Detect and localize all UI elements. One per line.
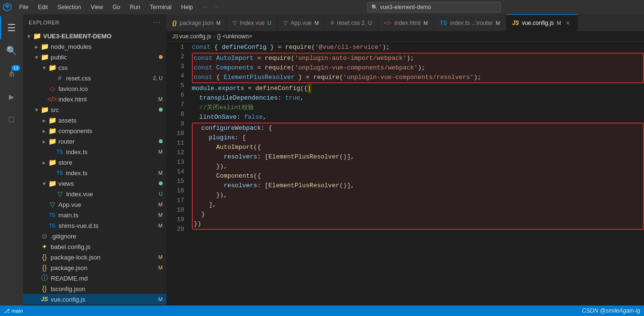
folder-icon: 📁	[48, 137, 56, 146]
tree-arrow: ▸	[40, 158, 48, 166]
tab-router-index[interactable]: TS index.ts ...\router M	[434, 14, 506, 31]
tree-arrow: ▾	[33, 53, 40, 61]
tree-router-index[interactable]: ▸ TS index.ts M	[23, 147, 167, 157]
tree-label: index.html	[58, 96, 158, 103]
tab-label: index.html	[394, 20, 421, 26]
tree-label: tsconfig.json	[51, 285, 167, 293]
status-bar: ⎇ main CSDN @smileAgain-lg	[0, 305, 644, 316]
breadcrumb-sep: ›	[213, 33, 215, 40]
title-search-box[interactable]: 🔍 vue3-element-demo	[367, 2, 501, 12]
tree-label: babel.config.js	[51, 243, 167, 250]
editor-content: 12345 678910 1112131415 1617181920 const…	[167, 42, 644, 305]
activity-run[interactable]: ▶	[0, 85, 23, 108]
tree-label: .gitignore	[51, 233, 167, 240]
tab-label: index.ts ...\router	[450, 20, 493, 26]
babel-icon: ✦	[40, 242, 49, 251]
tab-app-vue[interactable]: ▽ App.vue M	[278, 14, 325, 31]
dot-indicator	[159, 108, 163, 112]
menu-selection[interactable]: Selection	[53, 0, 86, 14]
tree-index-html[interactable]: ▸ </> index.html M	[23, 94, 167, 104]
code-line-5: module.exports = defineConfig({|	[192, 84, 644, 93]
dot-indicator	[159, 55, 163, 59]
tree-public[interactable]: ▾ 📁 public	[23, 52, 167, 62]
menu-terminal[interactable]: Terminal	[145, 0, 176, 14]
app-icon	[0, 0, 14, 14]
activity-explorer[interactable]: ☰	[0, 16, 23, 39]
tree-package-lock[interactable]: ▸ {} package-lock.json M	[23, 252, 167, 262]
menu-file[interactable]: File	[14, 0, 33, 14]
tab-label: Index.vue	[240, 20, 265, 26]
tab-icon: JS	[512, 20, 519, 26]
folder-icon: 📁	[40, 53, 49, 61]
menu-edit[interactable]: Edit	[33, 0, 53, 14]
tree-label: App.vue	[58, 201, 158, 208]
tab-icon: TS	[440, 20, 447, 26]
gitignore-icon: ⊙	[40, 232, 49, 240]
nav-back[interactable]: ←	[201, 2, 210, 12]
tab-package-json[interactable]: {} package.json M	[167, 14, 227, 31]
tree-arrow: ▸	[40, 137, 48, 145]
tree-label: main.ts	[58, 212, 158, 219]
activity-search[interactable]: 🔍	[0, 39, 23, 62]
ts-file-icon: TS	[56, 169, 64, 177]
tree-node-modules[interactable]: ▸ 📁 node_modules	[23, 41, 167, 52]
activity-source-control[interactable]: ⋔ 13	[0, 62, 23, 85]
tree-root[interactable]: ▾ 📁 VUE3-ELEMENT-DEMO	[23, 31, 167, 41]
nav-arrows: ← →	[198, 2, 224, 12]
tree-badge: M	[158, 202, 163, 207]
tree-vue-config[interactable]: ▸ JS vue.config.js M	[23, 294, 167, 305]
tab-vue-config[interactable]: JS vue.config.js M ×	[506, 14, 578, 31]
source-control-badge: 13	[11, 65, 20, 71]
tree-label: favicon.ico	[58, 85, 167, 92]
nav-forward[interactable]: →	[212, 2, 221, 12]
tree-main-ts[interactable]: ▸ TS main.ts M	[23, 210, 167, 220]
title-search-area: 🔍 vue3-element-demo	[224, 2, 644, 12]
breadcrumb-filename: vue.config.js	[179, 33, 211, 40]
tree-css-folder[interactable]: ▾ 📁 css	[23, 62, 167, 73]
code-editor[interactable]: const { defineConfig } = require('@vue/c…	[188, 42, 644, 305]
code-line-12: resolvers: [ElementPlusResolver()],	[194, 152, 642, 162]
menu-help[interactable]: Help	[177, 0, 198, 14]
breadcrumb-file: JS	[172, 34, 178, 39]
activity-extensions[interactable]: □	[0, 108, 23, 131]
tab-badge: M	[216, 20, 221, 26]
tree-favicon[interactable]: ▸ ◇ favicon.ico	[23, 83, 167, 94]
tree-shims[interactable]: ▸ TS shims-vue.d.ts M	[23, 220, 167, 231]
tree-components[interactable]: ▸ 📁 components	[23, 125, 167, 136]
tree-tsconfig[interactable]: ▸ {} tsconfig.json	[23, 283, 167, 294]
tree-arrow: ▸	[33, 43, 40, 50]
sidebar-more[interactable]: ···	[153, 18, 161, 27]
tree-label: Index.vue	[66, 191, 159, 198]
tree-label: index.ts	[66, 169, 158, 177]
menu-run[interactable]: Run	[125, 0, 145, 14]
breadcrumb: JS vue.config.js › {} <unknown>	[167, 31, 644, 42]
tree-router[interactable]: ▸ 📁 router	[23, 136, 167, 147]
tab-close-button[interactable]: ×	[564, 19, 572, 27]
tree-gitignore[interactable]: ▸ ⊙ .gitignore	[23, 231, 167, 241]
tab-index-html[interactable]: </> index.html M	[378, 14, 434, 31]
code-line-7: //关闭eslint校验	[192, 103, 644, 113]
code-line-20	[192, 230, 644, 240]
tree-reset-css[interactable]: ▸ # reset.css 2, U	[23, 73, 167, 83]
tree-readme[interactable]: ▸ ⓘ README.md	[23, 273, 167, 283]
menu-view[interactable]: View	[86, 0, 108, 14]
menu-go[interactable]: Go	[108, 0, 125, 14]
tree-package-json[interactable]: ▸ {} package.json M	[23, 262, 167, 273]
tree-src[interactable]: ▾ 📁 src	[23, 104, 167, 115]
tree-babel[interactable]: ▸ ✦ babel.config.js	[23, 241, 167, 252]
tree-index-vue[interactable]: ▸ ▽ Index.vue U	[23, 189, 167, 199]
tabs-bar: {} package.json M ▽ Index.vue U ▽ App.vu…	[167, 14, 644, 31]
tab-reset-css[interactable]: # reset.css 2, U	[325, 14, 378, 31]
tree-store-index[interactable]: ▸ TS index.ts M	[23, 168, 167, 178]
tree-label: package-lock.json	[51, 254, 158, 261]
folder-icon: 📁	[33, 32, 41, 40]
code-line-1: const { defineConfig } = require('@vue/c…	[192, 43, 644, 52]
tab-badge: M	[314, 20, 319, 26]
tree-assets[interactable]: ▸ 📁 assets	[23, 115, 167, 125]
tree-store[interactable]: ▸ 📁 store	[23, 157, 167, 168]
search-icon: 🔍	[6, 45, 17, 56]
tree-views[interactable]: ▾ 📁 views	[23, 178, 167, 189]
html-file-icon: </>	[48, 95, 56, 103]
tree-app-vue[interactable]: ▸ ▽ App.vue M	[23, 199, 167, 210]
tab-index-vue[interactable]: ▽ Index.vue U	[227, 14, 278, 31]
